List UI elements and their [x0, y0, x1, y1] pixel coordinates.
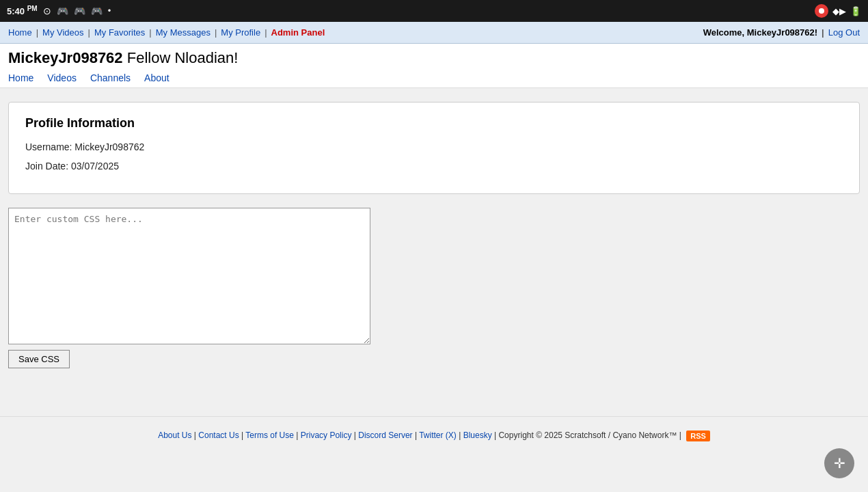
- dot-icon: •: [108, 5, 111, 16]
- nav-my-videos[interactable]: My Videos: [42, 27, 83, 38]
- gamepad-icon3: 🎮: [91, 5, 103, 16]
- footer-twitter[interactable]: Twitter (X): [419, 430, 457, 440]
- status-right: ◆▶ 🔋: [815, 4, 861, 18]
- site-nav-home[interactable]: Home: [8, 72, 33, 87]
- save-css-button[interactable]: Save CSS: [8, 350, 70, 368]
- main-content: Profile Information Username: MickeyJr09…: [0, 88, 868, 416]
- nav-my-messages[interactable]: My Messages: [156, 27, 211, 38]
- footer-copyright: Copyright © 2025 Scratchsoft / Cyano Net…: [498, 430, 681, 440]
- logout-link[interactable]: Log Out: [828, 27, 860, 38]
- time-suffix: PM: [27, 5, 38, 12]
- site-tagline: Fellow Nloadian!: [127, 49, 239, 66]
- footer-privacy[interactable]: Privacy Policy: [301, 430, 352, 440]
- site-header: MickeyJr098762 Fellow Nloadian! Home Vid…: [0, 44, 868, 88]
- site-nav: Home Videos Channels About: [8, 67, 860, 87]
- record-icon: [815, 4, 828, 18]
- nav-my-profile[interactable]: My Profile: [221, 27, 260, 38]
- footer-links: About Us | Contact Us | Terms of Use | P…: [158, 430, 710, 440]
- top-nav-right: Welcome, MickeyJr098762! | Log Out: [703, 27, 860, 38]
- circle-icon: ⊙: [43, 5, 51, 16]
- css-editor-area: Save CSS: [8, 208, 860, 368]
- site-nav-videos[interactable]: Videos: [47, 72, 77, 87]
- site-username: MickeyJr098762: [8, 49, 123, 66]
- profile-joindate-field: Join Date: 03/07/2025: [25, 161, 843, 172]
- profile-card-title: Profile Information: [25, 116, 843, 131]
- wifi-icon: ◆▶: [832, 6, 846, 16]
- joindate-label: Join Date:: [25, 161, 68, 172]
- gamepad-icon2: 🎮: [74, 5, 85, 16]
- nav-my-favorites[interactable]: My Favorites: [94, 27, 145, 38]
- battery-icon: 🔋: [850, 6, 861, 16]
- profile-card: Profile Information Username: MickeyJr09…: [8, 102, 860, 194]
- status-bar: 5:40 PM ⊙ 🎮 🎮 🎮 • ◆▶ 🔋: [0, 0, 868, 22]
- site-title: MickeyJr098762 Fellow Nloadian!: [8, 49, 860, 67]
- username-label: Username:: [25, 141, 72, 152]
- css-textarea[interactable]: [8, 208, 370, 344]
- site-nav-about[interactable]: About: [144, 72, 169, 87]
- footer-discord[interactable]: Discord Server: [358, 430, 412, 440]
- footer-about-us[interactable]: About Us: [158, 430, 191, 440]
- top-nav-links: Home | My Videos | My Favorites | My Mes…: [8, 27, 325, 38]
- record-dot: [819, 8, 824, 14]
- welcome-text: Welcome, MickeyJr098762!: [703, 27, 817, 38]
- site-nav-channels[interactable]: Channels: [90, 72, 131, 87]
- footer-contact-us[interactable]: Contact Us: [198, 430, 239, 440]
- joindate-value: 03/07/2025: [71, 161, 119, 172]
- footer-terms[interactable]: Terms of Use: [245, 430, 294, 440]
- status-time: 5:40 PM: [7, 5, 38, 16]
- rss-badge[interactable]: RSS: [686, 430, 710, 441]
- nav-admin-panel[interactable]: Admin Panel: [271, 27, 325, 38]
- username-value: MickeyJr098762: [74, 141, 144, 152]
- nav-home[interactable]: Home: [8, 27, 32, 38]
- top-nav: Home | My Videos | My Favorites | My Mes…: [0, 22, 868, 44]
- status-left: 5:40 PM ⊙ 🎮 🎮 🎮 •: [7, 5, 111, 16]
- profile-username-field: Username: MickeyJr098762: [25, 141, 843, 152]
- footer-bluesky[interactable]: Bluesky: [463, 430, 492, 440]
- time-text: 5:40: [7, 7, 25, 17]
- plus-icon: ✛: [834, 455, 845, 462]
- footer: About Us | Contact Us | Terms of Use | P…: [0, 416, 868, 462]
- gamepad-icon1: 🎮: [57, 5, 68, 16]
